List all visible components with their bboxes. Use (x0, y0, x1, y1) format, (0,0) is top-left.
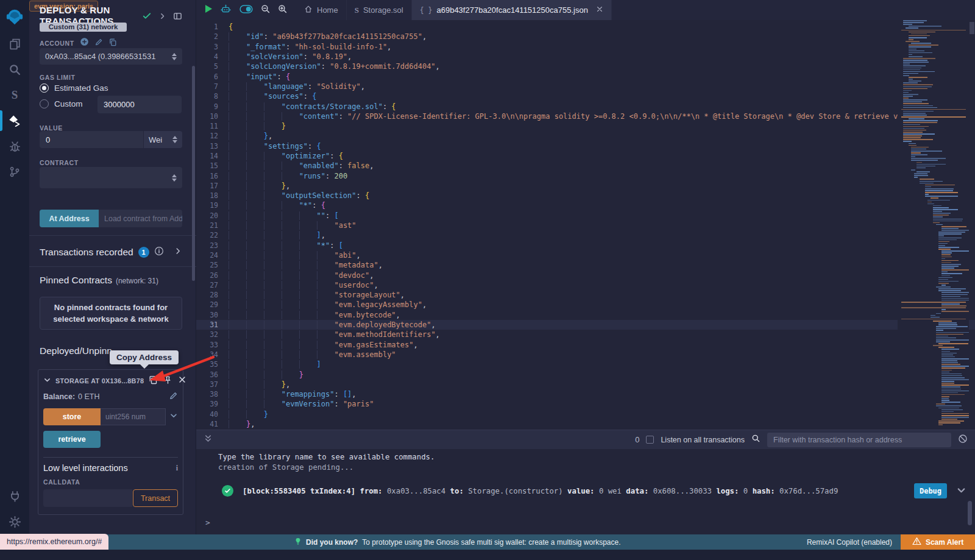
tab-home[interactable]: Home (296, 0, 347, 20)
code-line[interactable]: 5 "solcLongVersion": "0.8.19+commit.7dd6… (196, 62, 975, 71)
store-arg-input[interactable] (101, 408, 166, 425)
code-line[interactable]: 7 "language": "Solidity", (196, 82, 975, 91)
transact-button[interactable]: Transact (133, 489, 178, 507)
contract-select[interactable] (40, 167, 182, 188)
debug-button[interactable]: Debug (914, 483, 947, 498)
code-line[interactable]: 26 "devdoc", (196, 270, 975, 280)
code-line[interactable]: 25 "metadata", (196, 260, 975, 270)
code-line[interactable]: 31 "evm.deployedBytecode", (196, 320, 975, 330)
code-line[interactable]: 32 "evm.methodIdentifiers", (196, 330, 975, 339)
zoom-in-icon[interactable] (278, 4, 288, 16)
editor-scrollbar-thumb[interactable] (970, 22, 974, 34)
low-level-info-icon[interactable]: i (176, 464, 178, 473)
code-line[interactable]: 1{ (196, 22, 975, 32)
code-line[interactable]: 13 "settings": { (196, 141, 975, 151)
clear-filter-ban-icon[interactable] (958, 434, 968, 446)
load-contract-address-input[interactable]: Load contract from Addre (99, 210, 182, 227)
code-line[interactable]: 8 "sources": { (196, 91, 975, 101)
sidebar-item-settings[interactable] (0, 509, 29, 534)
code-line[interactable]: 3 "_format": "hh-sol-build-info-1", (196, 42, 975, 52)
listen-all-checkbox[interactable] (646, 436, 654, 444)
code-line[interactable]: 9 "contracts/Storage.sol": { (196, 101, 975, 111)
code-line[interactable]: 24 "abi", (196, 250, 975, 260)
calldata-input[interactable] (43, 489, 132, 507)
sidebar-item-file-explorer[interactable] (0, 31, 29, 57)
code-line[interactable]: 14 "optimizer": { (196, 151, 975, 161)
at-address-button[interactable]: At Address (40, 210, 99, 227)
code-line[interactable]: 12 }, (196, 131, 975, 141)
code-line[interactable]: 20 "": [ (196, 211, 975, 221)
code-line[interactable]: 22 ], (196, 230, 975, 240)
sidebar-item-solidity-compiler[interactable]: S (0, 82, 29, 108)
code-line[interactable]: 15 "enabled": false, (196, 161, 975, 171)
code-line[interactable]: 19 "*": { (196, 200, 975, 210)
code-line[interactable]: 38 "remappings": [], (196, 389, 975, 399)
sidebar-item-deploy-and-run[interactable] (0, 108, 29, 133)
tab-build-info-json[interactable]: { } a69b43f277ba20fcac141151250ca755.jso… (412, 0, 612, 20)
copy-account-icon[interactable] (108, 38, 117, 49)
remix-ai-robot-icon[interactable] (220, 4, 232, 16)
sidebar-item-search[interactable] (0, 57, 29, 82)
tx-expand-chevron-icon[interactable] (956, 485, 966, 497)
sidebar-item-source-control[interactable] (0, 159, 29, 185)
code-editor[interactable]: 1{2 "id": "a69b43f277ba20fcac141151250ca… (196, 20, 975, 430)
editor-scrollbar[interactable] (969, 20, 975, 430)
code-line[interactable]: 23 "*": [ (196, 241, 975, 250)
collapse-terminal-icon[interactable] (204, 434, 213, 445)
tab-storage-sol[interactable]: S Storage.sol (347, 0, 412, 20)
code-line[interactable]: 17 }, (196, 181, 975, 191)
estimated-gas-radio[interactable] (40, 83, 49, 93)
zoom-out-icon[interactable] (261, 4, 271, 16)
edit-balance-icon[interactable] (169, 391, 178, 402)
store-button[interactable]: store (43, 408, 101, 425)
transactions-expand-chevron-icon[interactable] (174, 247, 182, 258)
copilot-status[interactable]: RemixAI Copilot (enabled) (807, 534, 892, 550)
close-tab-icon[interactable] (596, 5, 603, 15)
value-unit-select[interactable]: Wei (143, 131, 182, 148)
code-line[interactable]: 16 "runs": 200 (196, 171, 975, 180)
code-line[interactable]: 39 "evmVersion": "paris" (196, 399, 975, 409)
code-line[interactable]: 27 "userdoc", (196, 280, 975, 290)
code-line[interactable]: 40 } (196, 409, 975, 419)
estimated-gas-option[interactable]: Estimated Gas (40, 83, 182, 93)
code-line[interactable]: 33 "evm.gasEstimates", (196, 340, 975, 350)
code-line[interactable]: 21 "ast" (196, 221, 975, 230)
transactions-info-icon[interactable] (154, 246, 164, 258)
sidebar-item-debugger[interactable] (0, 133, 29, 159)
code-line[interactable]: 6 "input": { (196, 71, 975, 81)
code-line[interactable]: 2 "id": "a69b43f277ba20fcac141151250ca75… (196, 32, 975, 41)
code-line[interactable]: 35 ] (196, 360, 975, 369)
code-area[interactable]: 1{2 "id": "a69b43f277ba20fcac141151250ca… (196, 22, 975, 429)
code-line[interactable]: 30 "evm.bytecode", (196, 310, 975, 320)
scam-alert-button[interactable]: Scam Alert (901, 534, 975, 550)
pin-panel-chevron-icon[interactable] (158, 12, 166, 23)
panel-scrollbar[interactable] (192, 66, 195, 281)
edit-account-icon[interactable] (94, 38, 103, 49)
retrieve-button[interactable]: retrieve (43, 431, 101, 448)
code-line[interactable]: 41 }, (196, 419, 975, 429)
custom-gas-radio[interactable] (40, 99, 49, 108)
code-line[interactable]: 11 } (196, 121, 975, 131)
instance-collapse-chevron-icon[interactable] (43, 375, 51, 386)
code-line[interactable]: 18 "outputSelection": { (196, 191, 975, 200)
add-account-icon[interactable] (80, 37, 89, 49)
code-line[interactable]: 29 "evm.legacyAssembly", (196, 300, 975, 310)
transaction-filter-input[interactable] (767, 433, 951, 447)
code-line[interactable]: 28 "storageLayout", (196, 290, 975, 300)
code-line[interactable]: 36 } (196, 369, 975, 379)
copilot-toggle-icon[interactable] (239, 4, 254, 16)
transaction-row[interactable]: [block:5583405 txIndex:4] from: 0xa03...… (222, 483, 966, 498)
sidebar-item-plugin-manager[interactable] (0, 483, 29, 509)
split-panel-icon[interactable] (173, 12, 182, 23)
code-line[interactable]: 37 }, (196, 380, 975, 389)
store-expand-chevron-icon[interactable] (169, 411, 178, 422)
custom-gas-input[interactable] (98, 96, 182, 113)
run-script-play-icon[interactable] (205, 4, 213, 16)
code-line[interactable]: 4 "solcVersion": "0.8.19", (196, 52, 975, 62)
account-select[interactable]: 0xA03...85ac4 (0.39866531531 (40, 48, 182, 65)
value-input[interactable] (40, 131, 143, 148)
code-line[interactable]: 10 "content": "// SPDX-License-Identifie… (196, 112, 975, 121)
minimap[interactable] (898, 20, 969, 430)
code-line[interactable]: 34 "evm.assembly" (196, 350, 975, 360)
terminal-log[interactable]: Type the library name to see available c… (196, 449, 975, 534)
